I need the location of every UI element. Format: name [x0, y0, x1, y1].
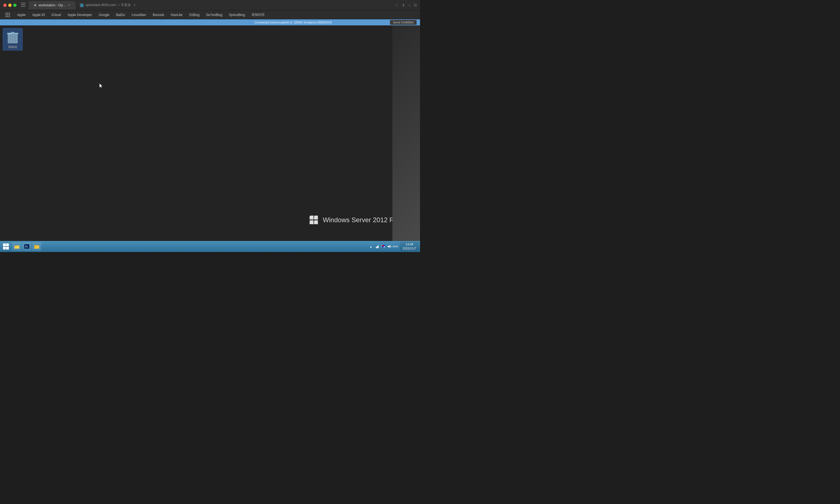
- language-icon[interactable]: ENG: [393, 244, 398, 249]
- clock-date: 2022/11/7: [403, 247, 416, 251]
- folder-icon: [34, 244, 39, 249]
- svg-rect-2: [21, 6, 25, 7]
- maximize-button[interactable]: [13, 4, 17, 7]
- tabs-area: 🖥 workstation - Op... ✕ 🌐 openstack.if01…: [29, 1, 393, 10]
- recycle-bin-icon[interactable]: 回收站: [3, 28, 23, 51]
- browser-actions: ☆ ⬆ + ⧉: [395, 3, 417, 7]
- bookmark-baidu[interactable]: BaiDu: [113, 12, 128, 18]
- bookmark-sp4ceblog[interactable]: Sp4ceBlog: [226, 12, 248, 18]
- taskbar-items: PS: [12, 242, 366, 251]
- bookmark-bunoob[interactable]: Bunoob: [150, 12, 167, 18]
- taskbar-item-powershell[interactable]: PS: [22, 242, 32, 251]
- bookmark-google[interactable]: Google: [96, 12, 112, 18]
- svg-rect-0: [21, 3, 25, 3]
- svg-rect-29: [377, 246, 378, 248]
- svg-rect-27: [34, 245, 36, 246]
- svg-marker-36: [388, 245, 390, 248]
- sound-icon[interactable]: [387, 244, 392, 249]
- new-tab-icon[interactable]: +: [408, 3, 411, 7]
- taskbar-item-folder[interactable]: [32, 242, 41, 251]
- start-button[interactable]: [1, 241, 11, 251]
- windows-server-text: Windows Server 2012 R2: [323, 216, 398, 224]
- svg-rect-31: [382, 245, 383, 246]
- svg-rect-28: [376, 247, 377, 248]
- svg-rect-6: [7, 13, 8, 14]
- traffic-lights: [3, 4, 17, 7]
- bookmark-apple-developer[interactable]: Apple Developer: [65, 12, 95, 18]
- bookmark-hackjie[interactable]: HackJie: [168, 12, 185, 18]
- svg-rect-16: [11, 32, 14, 33]
- svg-rect-30: [378, 245, 379, 248]
- clock-time: 14:48: [403, 242, 416, 247]
- star-icon[interactable]: ☆: [395, 3, 398, 7]
- svg-rect-9: [7, 14, 8, 16]
- svg-rect-12: [7, 16, 8, 17]
- vm-content: 回收站 Windows Server 2012 R2: [0, 25, 420, 252]
- svg-text:PS: PS: [25, 246, 28, 248]
- taskbar-item-file-explorer[interactable]: [12, 242, 21, 251]
- start-logo: [3, 244, 9, 250]
- close-button[interactable]: [3, 4, 7, 7]
- sidebar-toggle[interactable]: [21, 3, 25, 7]
- share-icon[interactable]: ⬆: [402, 3, 405, 7]
- svg-text:🌐: 🌐: [81, 4, 84, 7]
- network-icon[interactable]: [375, 244, 379, 249]
- send-ctrl-alt-del-button[interactable]: Send CtrlAltDel: [390, 20, 417, 25]
- windows-desktop[interactable]: 回收站 Windows Server 2012 R2: [0, 25, 420, 241]
- windows-branding: Windows Server 2012 R2: [309, 216, 398, 224]
- right-decoration: [392, 25, 420, 241]
- file-explorer-icon: [14, 244, 19, 249]
- windows-taskbar: PS ▲: [0, 241, 420, 252]
- vnc-status: Connected (unencrypted) to: QEMU (Instan…: [197, 21, 390, 24]
- svg-rect-32: [383, 245, 385, 246]
- svg-rect-34: [383, 246, 385, 247]
- tab-close-2[interactable]: ✕: [132, 3, 137, 7]
- taskbar-clock[interactable]: 14:48 2022/11/7: [400, 242, 419, 251]
- bookmark-apple-id[interactable]: Apple ID: [30, 12, 48, 18]
- recycle-bin-svg: [6, 30, 19, 44]
- tab-workstation[interactable]: 🖥 workstation - Op... ✕: [29, 1, 75, 10]
- flag-icon[interactable]: [381, 244, 386, 249]
- bookmarks-bar: Apple Apple ID iCloud Apple Developer Go…: [0, 11, 420, 19]
- apps-icon[interactable]: [4, 12, 11, 18]
- svg-rect-5: [5, 13, 7, 14]
- tab-label-1: workstation - Op...: [39, 3, 66, 7]
- browser-frame: 🖥 workstation - Op... ✕ 🌐 openstack.if01…: [0, 0, 420, 252]
- bookmark-apple[interactable]: Apple: [14, 12, 29, 18]
- svg-rect-23: [15, 247, 19, 248]
- tab-label-2: openstack.if010.com — 不安全: [85, 3, 131, 7]
- mouse-cursor: [100, 83, 103, 88]
- extensions-icon[interactable]: ⧉: [414, 3, 417, 7]
- vnc-bar: Connected (unencrypted) to: QEMU (Instan…: [0, 19, 420, 25]
- recycle-bin-label: 回收站: [8, 45, 17, 49]
- tab-favicon-1: 🖥: [33, 3, 37, 7]
- powershell-icon: PS: [24, 244, 29, 249]
- windows-logo: [309, 216, 318, 224]
- minimize-button[interactable]: [8, 4, 12, 7]
- svg-rect-22: [14, 245, 17, 246]
- svg-rect-33: [382, 246, 383, 247]
- bookmark-linuxman[interactable]: LinuxMan: [129, 12, 149, 18]
- bookmark-icloud[interactable]: iCloud: [49, 12, 64, 18]
- svg-rect-8: [5, 14, 7, 16]
- bookmark-xianzhi[interactable]: 先知社区: [249, 12, 268, 18]
- system-tray: ▲: [366, 241, 400, 251]
- bookmark-se7enblog[interactable]: Se7enBlog: [203, 12, 225, 18]
- title-bar: 🖥 workstation - Op... ✕ 🌐 openstack.if01…: [0, 0, 420, 11]
- bookmark-51blog[interactable]: 51Blog: [186, 12, 202, 18]
- tab-close-1[interactable]: ✕: [67, 3, 71, 7]
- svg-rect-11: [5, 16, 7, 17]
- svg-rect-1: [21, 4, 25, 5]
- tab-favicon-2: 🌐: [80, 3, 84, 7]
- svg-rect-10: [9, 14, 10, 16]
- tray-expand[interactable]: ▲: [368, 244, 373, 249]
- svg-rect-13: [9, 16, 10, 17]
- svg-rect-7: [9, 13, 10, 14]
- tab-openstack[interactable]: 🌐 openstack.if010.com — 不安全 ✕: [75, 1, 141, 10]
